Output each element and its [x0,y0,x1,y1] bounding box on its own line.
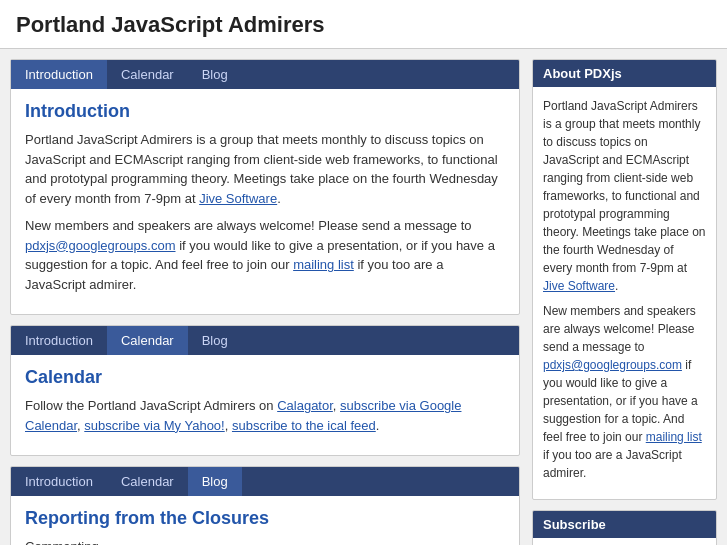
blog-card: Introduction Calendar Blog Reporting fro… [10,466,520,545]
blog-title: Reporting from the Closures [25,508,505,529]
jive-software-link-sidebar[interactable]: Jive Software [543,279,615,293]
jive-software-link-1[interactable]: Jive Software [199,191,277,206]
introduction-para-2: New members and speakers are always welc… [25,216,505,294]
tab-introduction-3[interactable]: Introduction [11,467,107,496]
pdxjs-groups-link-1[interactable]: pdxjs@googlegroups.com [25,238,176,253]
tab-bar-3: Introduction Calendar Blog [11,467,519,496]
about-para-1: Portland JavaScript Admirers is a group … [543,97,706,295]
my-yahoo-link[interactable]: subscribe via My Yahoo! [84,418,224,433]
subscribe-card: Subscribe Subscribe to PDXjs [532,510,717,545]
tab-bar-1: Introduction Calendar Blog [11,60,519,89]
page-title: Portland JavaScript Admirers [16,12,711,38]
sidebar-column: About PDXjs Portland JavaScript Admirers… [532,59,717,545]
tab-bar-2: Introduction Calendar Blog [11,326,519,355]
blog-subtitle: Commenting... [25,537,505,545]
tab-calendar-2[interactable]: Calendar [107,326,188,355]
tab-calendar-1[interactable]: Calendar [107,60,188,89]
mailing-list-link-sidebar[interactable]: mailing list [646,430,702,444]
main-column: Introduction Calendar Blog Introduction … [10,59,520,545]
page-body: Introduction Calendar Blog Introduction … [0,49,727,545]
introduction-card: Introduction Calendar Blog Introduction … [10,59,520,315]
tab-introduction-2[interactable]: Introduction [11,326,107,355]
page-header: Portland JavaScript Admirers [0,0,727,49]
subscribe-header: Subscribe [533,511,716,538]
calendar-card: Introduction Calendar Blog Calendar Foll… [10,325,520,456]
calendar-title: Calendar [25,367,505,388]
about-header: About PDXjs [533,60,716,87]
tab-blog-3[interactable]: Blog [188,467,242,496]
mailing-list-link-1[interactable]: mailing list [293,257,354,272]
calendar-para: Follow the Portland JavaScript Admirers … [25,396,505,435]
tab-blog-2[interactable]: Blog [188,326,242,355]
tab-introduction-1[interactable]: Introduction [11,60,107,89]
ical-link[interactable]: subscribe to the ical feed [232,418,376,433]
introduction-body: Introduction Portland JavaScript Admirer… [11,89,519,314]
about-card: About PDXjs Portland JavaScript Admirers… [532,59,717,500]
introduction-para-1: Portland JavaScript Admirers is a group … [25,130,505,208]
blog-body: Reporting from the Closures Commenting..… [11,496,519,545]
subscribe-row: Subscribe to PDXjs [533,538,716,545]
about-body: Portland JavaScript Admirers is a group … [533,87,716,499]
pdxjs-groups-link-sidebar[interactable]: pdxjs@googlegroups.com [543,358,682,372]
calagator-link[interactable]: Calagator [277,398,333,413]
page-wrapper: Portland JavaScript Admirers Introductio… [0,0,727,545]
introduction-title: Introduction [25,101,505,122]
calendar-body: Calendar Follow the Portland JavaScript … [11,355,519,455]
tab-calendar-3[interactable]: Calendar [107,467,188,496]
tab-blog-1[interactable]: Blog [188,60,242,89]
about-para-2: New members and speakers are always welc… [543,302,706,482]
